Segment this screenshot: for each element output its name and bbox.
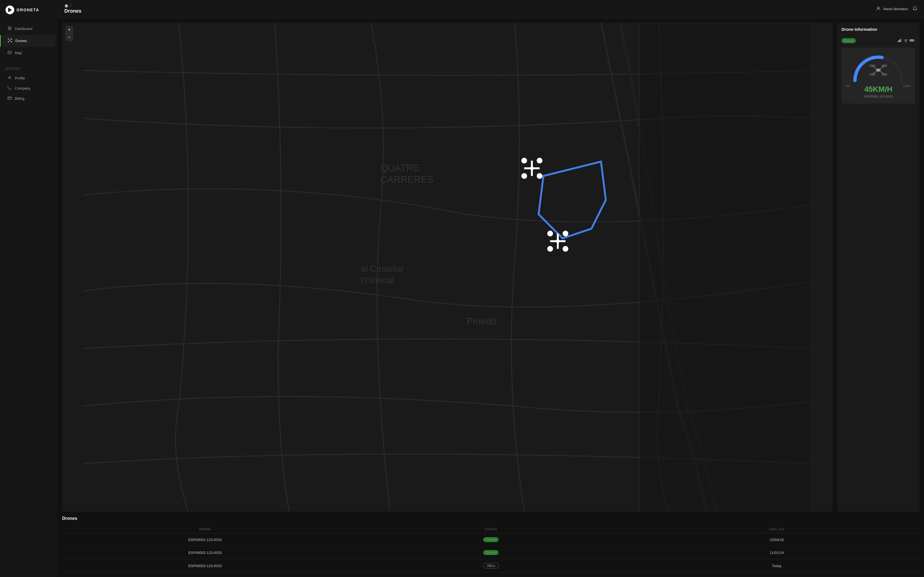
sidebar-item-drones[interactable]: Drones xyxy=(2,35,55,47)
sidebar-item-billing[interactable]: Billing xyxy=(5,93,52,103)
svg-point-7 xyxy=(11,39,12,39)
last-fly-cell: 23/04/18 xyxy=(634,538,919,542)
svg-rect-4 xyxy=(10,29,11,30)
drone-serial-id: ESP00001-123-0033 xyxy=(864,95,893,98)
drones-icon xyxy=(8,38,12,44)
wifi-icon xyxy=(904,39,908,43)
main-content: 🏠 / Drones Alexis Montalvo xyxy=(58,0,924,577)
map-icon xyxy=(8,50,11,55)
svg-point-5 xyxy=(10,40,10,41)
status-badge: Online xyxy=(483,550,499,555)
home-icon[interactable]: 🏠 xyxy=(65,4,68,8)
account-label: ACCOUNT xyxy=(5,67,52,70)
status-badge: Offline xyxy=(483,563,499,569)
map-controls: + − xyxy=(65,26,73,41)
logo: ORONETA xyxy=(0,0,58,20)
svg-marker-10 xyxy=(8,51,11,54)
svg-rect-14 xyxy=(8,97,11,99)
breadcrumb: 🏠 / xyxy=(65,4,81,8)
svg-rect-3 xyxy=(8,29,9,30)
sidebar-item-dashboard[interactable]: Dashboard xyxy=(2,23,55,34)
billing-icon xyxy=(8,96,11,101)
status-cell: Online xyxy=(348,537,633,542)
user-info: Alexis Montalvo xyxy=(876,6,908,12)
drone-id-cell: ESP00003-123-0033 xyxy=(62,564,348,568)
sidebar: ORONETA Dashboard Drones xyxy=(0,0,58,577)
svg-rect-47 xyxy=(854,56,903,81)
header: 🏠 / Drones Alexis Montalvo xyxy=(58,0,924,18)
status-cell: Offline xyxy=(348,563,633,569)
map-background: QUATRE CARRERES el Castellar - l'Olivera… xyxy=(62,23,833,512)
sidebar-nav: Dashboard Drones Map xyxy=(0,23,58,59)
zoom-out-button[interactable]: − xyxy=(65,34,73,41)
notification-bell-icon[interactable] xyxy=(913,6,918,12)
col-header-status: STATUS xyxy=(348,527,633,531)
header-left: 🏠 / Drones xyxy=(65,4,81,14)
map-container[interactable]: QUATRE CARRERES el Castellar - l'Olivera… xyxy=(62,23,833,512)
svg-point-39 xyxy=(556,239,560,243)
svg-text:el Castellar -: el Castellar - xyxy=(361,264,409,274)
svg-point-28 xyxy=(522,158,527,163)
svg-rect-18 xyxy=(640,23,812,512)
battery-icon xyxy=(910,39,915,43)
svg-point-8 xyxy=(8,42,9,42)
content-area: QUATRE CARRERES el Castellar - l'Olivera… xyxy=(58,18,924,516)
svg-point-36 xyxy=(563,230,569,236)
svg-text:CARRERES: CARRERES xyxy=(380,174,434,185)
zoom-in-button[interactable]: + xyxy=(65,26,73,34)
logo-icon xyxy=(5,5,14,14)
logo-text: ORONETA xyxy=(16,8,39,12)
svg-point-38 xyxy=(563,246,569,252)
page-title: Drones xyxy=(65,8,81,14)
svg-rect-49 xyxy=(877,71,879,72)
user-name: Alexis Montalvo xyxy=(883,7,908,11)
last-fly-cell: Today xyxy=(634,564,919,568)
svg-text:Pinedo: Pinedo xyxy=(467,316,497,326)
last-fly-cell: 11/01/19 xyxy=(634,551,919,555)
svg-rect-41 xyxy=(898,40,899,42)
panel-title: Drone Information xyxy=(842,27,877,32)
svg-rect-1 xyxy=(8,27,9,28)
user-avatar-icon xyxy=(876,6,881,12)
table-row[interactable]: ESP00001-123-0033 Online 23/04/18 xyxy=(62,533,919,546)
gauge-svg xyxy=(851,53,906,83)
svg-point-9 xyxy=(11,42,12,42)
sidebar-item-map[interactable]: Map xyxy=(2,47,55,58)
company-label: Company xyxy=(15,86,30,90)
signal-icon xyxy=(898,39,902,43)
status-badge: Online xyxy=(483,537,499,542)
drone-id-cell: ESP00002-123-0033 xyxy=(62,551,348,555)
panel-status-icons xyxy=(898,39,915,43)
sidebar-item-company[interactable]: Company xyxy=(5,83,52,93)
speed-min-label: 0% xyxy=(846,84,850,88)
drones-table-title: Drones xyxy=(62,516,919,521)
svg-rect-2 xyxy=(10,27,11,28)
svg-point-13 xyxy=(9,76,10,78)
speed-max-label: 100% xyxy=(903,84,911,88)
svg-text:QUATRE: QUATRE xyxy=(380,163,420,173)
col-header-last-fly: LAST_FLY xyxy=(634,527,919,531)
svg-point-37 xyxy=(547,246,553,252)
sidebar-item-label-drones: Drones xyxy=(15,39,27,43)
svg-rect-42 xyxy=(900,39,900,42)
svg-marker-0 xyxy=(8,8,11,12)
sidebar-item-profile[interactable]: Profile xyxy=(5,73,52,83)
header-user: Alexis Montalvo xyxy=(876,6,918,12)
svg-rect-43 xyxy=(900,39,901,42)
svg-point-16 xyxy=(877,7,879,8)
table-row[interactable]: ESP00003-123-0033 Offline Today xyxy=(62,559,919,572)
bottom-section: Drones DRONE STATUS LAST_FLY ESP00001-12… xyxy=(58,516,924,577)
profile-label: Profile xyxy=(15,76,25,80)
speed-value: 45KM/H xyxy=(864,85,893,94)
account-section: ACCOUNT Profile Company xyxy=(0,67,58,103)
svg-rect-40 xyxy=(898,41,898,42)
speedometer: 0% 100% 45KM/H ESP00001-123-0033 xyxy=(845,53,912,98)
sidebar-item-label-map: Map xyxy=(15,51,22,55)
svg-point-35 xyxy=(547,230,553,236)
drone-status-badge: Online xyxy=(842,38,856,43)
svg-point-30 xyxy=(522,173,527,179)
table-row[interactable]: ESP00002-123-0033 Online 11/01/19 xyxy=(62,546,919,559)
svg-text:l'Oliveral: l'Oliveral xyxy=(361,276,394,285)
sidebar-item-label-dashboard: Dashboard xyxy=(15,27,32,31)
drone-info-panel: Drone Information Online xyxy=(837,23,919,512)
